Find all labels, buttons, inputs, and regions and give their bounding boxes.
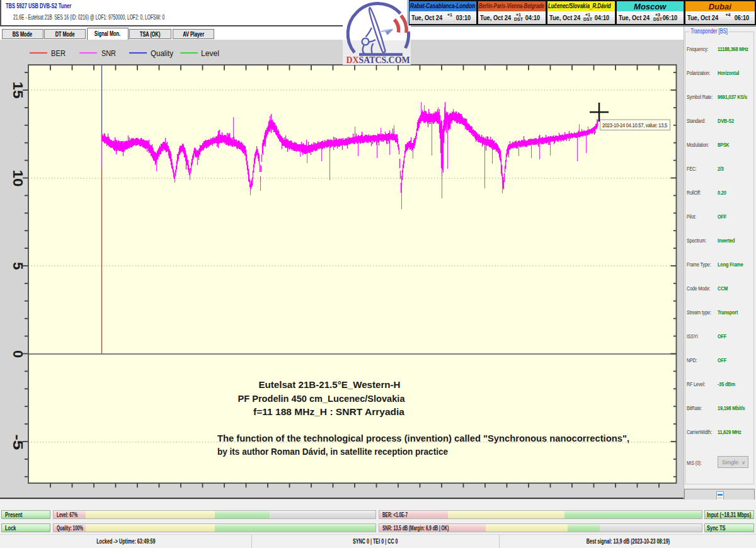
svg-text:PF Prodelin 450 cm_Lucenec/Slo: PF Prodelin 450 cm_Lucenec/Slovakia bbox=[238, 393, 406, 404]
svg-text:The function of the technologi: The function of the technological proces… bbox=[217, 433, 629, 443]
svg-text:DXSATCS.COM: DXSATCS.COM bbox=[346, 54, 410, 65]
svg-text:by its author Roman Dávid, in: by its author Roman Dávid, in satellite … bbox=[217, 446, 448, 457]
svg-text:Quality: Quality bbox=[151, 49, 174, 58]
svg-text:15: 15 bbox=[10, 82, 26, 99]
svg-text:Level: Level bbox=[201, 49, 219, 58]
svg-text:SNR: SNR bbox=[101, 49, 116, 58]
svg-text:5: 5 bbox=[10, 262, 26, 270]
svg-text:-5: -5 bbox=[10, 435, 26, 450]
svg-text:BER: BER bbox=[51, 49, 66, 58]
svg-text:f=11 188 MHz_H : SNRT Arryadia: f=11 188 MHz_H : SNRT Arryadia bbox=[253, 406, 405, 417]
svg-text:0: 0 bbox=[10, 350, 26, 358]
svg-text:2023-10-24 04.10.57, value: 13: 2023-10-24 04.10.57, value: 13,5 bbox=[602, 122, 667, 128]
svg-text:Eutelsat 21B-21.5°E_Western-H: Eutelsat 21B-21.5°E_Western-H bbox=[259, 379, 401, 390]
svg-text:10: 10 bbox=[10, 170, 26, 187]
